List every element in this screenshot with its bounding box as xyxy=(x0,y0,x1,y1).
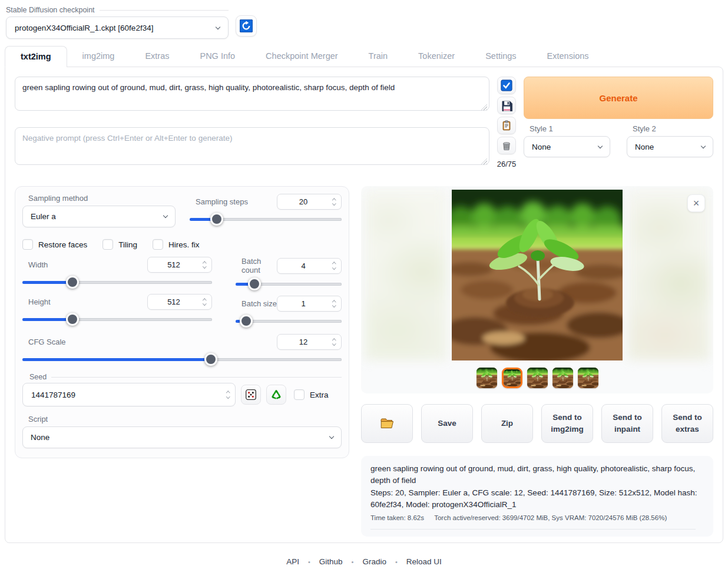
slider-handle[interactable] xyxy=(248,277,261,290)
trash-icon xyxy=(501,140,512,151)
batch-size-slider[interactable] xyxy=(236,315,342,327)
send-to-extras-button[interactable]: Send to extras xyxy=(661,404,713,443)
seed-label-row: Seed xyxy=(22,373,342,381)
chevron-down-icon xyxy=(701,143,706,148)
slider-handle[interactable] xyxy=(210,213,223,226)
refresh-checkpoint-button[interactable] xyxy=(236,15,257,37)
restore-faces-label: Restore faces xyxy=(38,240,87,249)
apply-style-button[interactable] xyxy=(497,117,516,134)
gradio-link[interactable]: Gradio xyxy=(353,557,395,566)
height-label: Height xyxy=(28,297,51,306)
thumbnail-strip xyxy=(361,368,713,388)
prompt-input[interactable]: green sapling rowing out of ground, mud,… xyxy=(15,77,489,111)
batch-count-input[interactable] xyxy=(277,262,329,270)
thumbnail-1[interactable] xyxy=(476,368,497,388)
gallery-blur-right xyxy=(627,190,710,360)
slider-handle[interactable] xyxy=(240,315,253,327)
tiling-label: Tiling xyxy=(118,240,137,249)
clipboard-icon xyxy=(501,120,512,131)
width-slider[interactable] xyxy=(22,276,212,289)
batch-size-label: Batch size xyxy=(241,299,277,308)
output-column: × Save Zip Se xyxy=(361,186,713,537)
slider-handle[interactable] xyxy=(66,276,79,289)
checkpoint-dropdown[interactable]: protogenX34OfficialR_1.ckpt [60fe2f34] xyxy=(6,16,229,39)
stepper-arrows[interactable] xyxy=(200,262,211,268)
github-link[interactable]: Github xyxy=(310,557,352,566)
api-link[interactable]: API xyxy=(277,557,308,566)
negative-prompt-input[interactable] xyxy=(15,127,489,165)
info-prompt-text: green sapling rowing out of ground, mud,… xyxy=(370,463,704,487)
tiling-checkbox[interactable]: Tiling xyxy=(102,239,137,250)
tab-extensions[interactable]: Extensions xyxy=(532,46,604,67)
gallery-blur-left xyxy=(365,190,447,360)
extra-seed-label: Extra xyxy=(310,391,329,399)
cfg-scale-input[interactable] xyxy=(277,338,329,346)
checkpoint-bar: Stable Diffusion checkpoint protogenX34O… xyxy=(0,0,728,38)
stepper-arrows[interactable] xyxy=(329,301,341,307)
info-divider xyxy=(370,529,696,530)
slider-handle[interactable] xyxy=(66,313,79,326)
sampling-method-dropdown[interactable]: Euler a xyxy=(22,206,176,227)
prompt-column: green sapling rowing out of ground, mud,… xyxy=(15,77,489,168)
cfg-scale-slider[interactable] xyxy=(22,353,342,366)
thumbnail-5[interactable] xyxy=(578,368,598,388)
send-to-img2img-button[interactable]: Send to img2img xyxy=(541,404,593,443)
output-buttons-row: Save Zip Send to img2img Send to inpaint… xyxy=(361,404,713,443)
stepper-arrows[interactable] xyxy=(200,299,211,305)
height-slider[interactable] xyxy=(22,313,212,326)
slider-handle[interactable] xyxy=(204,353,217,366)
width-input[interactable] xyxy=(148,260,200,269)
restore-faces-checkbox[interactable]: Restore faces xyxy=(22,239,87,250)
checkbox-box[interactable] xyxy=(102,239,113,250)
hires-fix-label: Hires. fix xyxy=(168,240,200,249)
checkpoint-block: Stable Diffusion checkpoint protogenX34O… xyxy=(6,6,229,39)
checkbox-box[interactable] xyxy=(294,389,305,400)
hires-fix-checkbox[interactable]: Hires. fix xyxy=(153,239,200,250)
generate-button[interactable]: Generate xyxy=(524,77,713,119)
extra-seed-checkbox[interactable]: Extra xyxy=(294,389,329,400)
batch-size-input[interactable] xyxy=(277,299,329,308)
checkbox-box[interactable] xyxy=(153,239,163,250)
script-dropdown[interactable]: None xyxy=(22,426,342,448)
generation-info-panel: green sapling rowing out of ground, mud,… xyxy=(361,456,713,537)
script-label: Script xyxy=(28,415,342,424)
reload-ui-link[interactable]: Reload UI xyxy=(398,557,451,566)
batch-count-slider[interactable] xyxy=(236,277,342,290)
paste-params-button[interactable] xyxy=(497,77,516,94)
generated-image[interactable] xyxy=(452,190,623,360)
tab-txt2img[interactable]: txt2img xyxy=(5,46,67,67)
style1-block: Style 1 None xyxy=(524,124,610,157)
random-seed-button[interactable] xyxy=(241,385,261,405)
save-button[interactable]: Save xyxy=(421,404,473,443)
send-to-inpaint-button[interactable]: Send to inpaint xyxy=(601,404,653,443)
tab-train[interactable]: Train xyxy=(353,46,403,67)
tab-settings[interactable]: Settings xyxy=(470,46,531,67)
sampling-steps-slider[interactable] xyxy=(190,213,342,226)
reuse-seed-button[interactable] xyxy=(266,385,286,405)
thumbnail-3[interactable] xyxy=(527,368,548,388)
checkbox-box[interactable] xyxy=(22,239,33,250)
tab-checkpoint-merger[interactable]: Checkpoint Merger xyxy=(250,46,353,67)
zip-button[interactable]: Zip xyxy=(481,404,533,443)
tab-extras[interactable]: Extras xyxy=(130,46,184,67)
tab-png-info[interactable]: PNG Info xyxy=(184,46,250,67)
style2-dropdown[interactable]: None xyxy=(627,136,713,157)
stepper-arrows[interactable] xyxy=(329,199,341,205)
style1-dropdown[interactable]: None xyxy=(524,136,610,157)
stepper-arrows[interactable] xyxy=(329,339,341,345)
sampling-steps-label: Sampling steps xyxy=(196,197,248,206)
tab-tokenizer[interactable]: Tokenizer xyxy=(403,46,470,67)
seed-input[interactable] xyxy=(31,391,223,399)
save-style-button[interactable] xyxy=(497,97,516,114)
clear-prompt-button[interactable] xyxy=(497,137,516,154)
cfg-scale-label: CFG Scale xyxy=(28,338,66,346)
tab-img2img[interactable]: img2img xyxy=(67,46,130,67)
height-input[interactable] xyxy=(148,297,200,306)
open-folder-button[interactable] xyxy=(361,404,413,443)
sampling-steps-input[interactable] xyxy=(277,197,329,206)
thumbnail-2-selected[interactable] xyxy=(502,368,522,388)
close-gallery-button[interactable]: × xyxy=(687,194,705,212)
stepper-arrows[interactable] xyxy=(329,263,341,269)
stepper-arrows[interactable] xyxy=(223,392,235,398)
thumbnail-4[interactable] xyxy=(552,368,573,388)
